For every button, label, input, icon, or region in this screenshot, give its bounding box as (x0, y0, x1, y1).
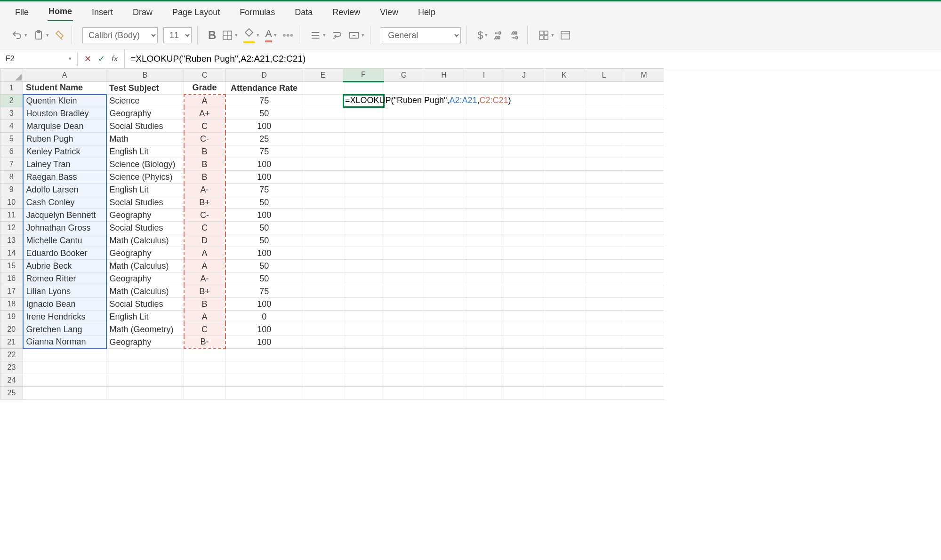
cell-I17[interactable] (464, 285, 504, 298)
cell-F2[interactable]: =XLOOKUP("Ruben Pugh",A2:A21,C2:C21) (343, 95, 384, 107)
cell-I22[interactable] (464, 349, 504, 361)
cell-K23[interactable] (544, 361, 584, 374)
cell-B25[interactable] (106, 387, 184, 400)
cell-B19[interactable]: English Lit (106, 311, 184, 323)
cell-M9[interactable] (624, 184, 664, 196)
cell-J20[interactable] (504, 323, 544, 336)
cell-D20[interactable]: 100 (225, 323, 303, 336)
cell-L19[interactable] (584, 311, 624, 323)
cell-H9[interactable] (424, 184, 464, 196)
row-header-2[interactable]: 2 (0, 95, 23, 107)
cell-B2[interactable]: Science (106, 95, 184, 107)
cell-A4[interactable]: Marquise Dean (23, 120, 106, 133)
row-header-10[interactable]: 10 (0, 196, 23, 209)
cell-C12[interactable]: C (184, 222, 225, 234)
cancel-icon[interactable]: ✕ (84, 54, 91, 64)
cell-J16[interactable] (504, 272, 544, 285)
cell-F4[interactable] (343, 120, 384, 133)
cell-M7[interactable] (624, 158, 664, 171)
cell-A14[interactable]: Eduardo Booker (23, 247, 106, 260)
cell-I18[interactable] (464, 298, 504, 311)
cell-C16[interactable]: A- (184, 272, 225, 285)
cell-L12[interactable] (584, 222, 624, 234)
cell-G14[interactable] (384, 247, 424, 260)
cell-J21[interactable] (504, 336, 544, 349)
cell-L3[interactable] (584, 107, 624, 120)
cell-G1[interactable] (384, 82, 424, 95)
cell-E18[interactable] (303, 298, 343, 311)
cell-C15[interactable]: A (184, 260, 225, 272)
cell-C14[interactable]: A (184, 247, 225, 260)
cell-L15[interactable] (584, 260, 624, 272)
row-header-6[interactable]: 6 (0, 145, 23, 158)
number-format-select[interactable]: General (381, 27, 461, 43)
cell-K6[interactable] (544, 145, 584, 158)
cell-B1[interactable]: Test Subject (106, 82, 184, 95)
cell-C1[interactable]: Grade (184, 82, 225, 95)
row-header-3[interactable]: 3 (0, 107, 23, 120)
cell-A18[interactable]: Ignacio Bean (23, 298, 106, 311)
cell-A21[interactable]: Gianna Norman (23, 336, 106, 349)
cell-A6[interactable]: Kenley Patrick (23, 145, 106, 158)
cell-L5[interactable] (584, 133, 624, 145)
cell-H14[interactable] (424, 247, 464, 260)
cell-C5[interactable]: C- (184, 133, 225, 145)
menu-item-help[interactable]: Help (417, 6, 436, 21)
merge-button[interactable]: ▾ (348, 30, 364, 41)
cell-B6[interactable]: English Lit (106, 145, 184, 158)
cell-C22[interactable] (184, 349, 225, 361)
cell-G9[interactable] (384, 184, 424, 196)
cell-I15[interactable] (464, 260, 504, 272)
cell-F8[interactable] (343, 171, 384, 184)
row-header-5[interactable]: 5 (0, 133, 23, 145)
cell-I24[interactable] (464, 374, 504, 387)
row-header-20[interactable]: 20 (0, 323, 23, 336)
cell-G4[interactable] (384, 120, 424, 133)
cell-K11[interactable] (544, 209, 584, 222)
row-header-7[interactable]: 7 (0, 158, 23, 171)
cell-F20[interactable] (343, 323, 384, 336)
name-box[interactable]: F2 ▾ (0, 52, 78, 66)
cell-L17[interactable] (584, 285, 624, 298)
cell-G3[interactable] (384, 107, 424, 120)
cell-D3[interactable]: 50 (225, 107, 303, 120)
cell-C4[interactable]: C (184, 120, 225, 133)
cell-G13[interactable] (384, 234, 424, 247)
undo-button[interactable]: ▾ (11, 30, 27, 41)
cell-M24[interactable] (624, 374, 664, 387)
cell-K25[interactable] (544, 387, 584, 400)
cell-A25[interactable] (23, 387, 106, 400)
column-header-H[interactable]: H (424, 69, 464, 82)
menu-item-formulas[interactable]: Formulas (239, 6, 276, 21)
cell-H4[interactable] (424, 120, 464, 133)
cell-L8[interactable] (584, 171, 624, 184)
cell-M12[interactable] (624, 222, 664, 234)
cell-M13[interactable] (624, 234, 664, 247)
cell-M17[interactable] (624, 285, 664, 298)
cell-L7[interactable] (584, 158, 624, 171)
row-header-25[interactable]: 25 (0, 387, 23, 400)
cell-K20[interactable] (544, 323, 584, 336)
cell-A17[interactable]: Lilian Lyons (23, 285, 106, 298)
row-header-4[interactable]: 4 (0, 120, 23, 133)
cell-B20[interactable]: Math (Geometry) (106, 323, 184, 336)
cell-B18[interactable]: Social Studies (106, 298, 184, 311)
cell-I8[interactable] (464, 171, 504, 184)
cell-I1[interactable] (464, 82, 504, 95)
cell-J22[interactable] (504, 349, 544, 361)
cell-A8[interactable]: Raegan Bass (23, 171, 106, 184)
borders-button[interactable]: ▾ (222, 30, 238, 41)
cell-E16[interactable] (303, 272, 343, 285)
cell-L4[interactable] (584, 120, 624, 133)
font-name-select[interactable]: Calibri (Body) (82, 27, 158, 43)
cell-E3[interactable] (303, 107, 343, 120)
cell-D9[interactable]: 75 (225, 184, 303, 196)
cell-H5[interactable] (424, 133, 464, 145)
cell-D19[interactable]: 0 (225, 311, 303, 323)
cell-H1[interactable] (424, 82, 464, 95)
column-header-L[interactable]: L (584, 69, 624, 82)
cell-F18[interactable] (343, 298, 384, 311)
cell-B13[interactable]: Math (Calculus) (106, 234, 184, 247)
row-header-17[interactable]: 17 (0, 285, 23, 298)
cell-E19[interactable] (303, 311, 343, 323)
